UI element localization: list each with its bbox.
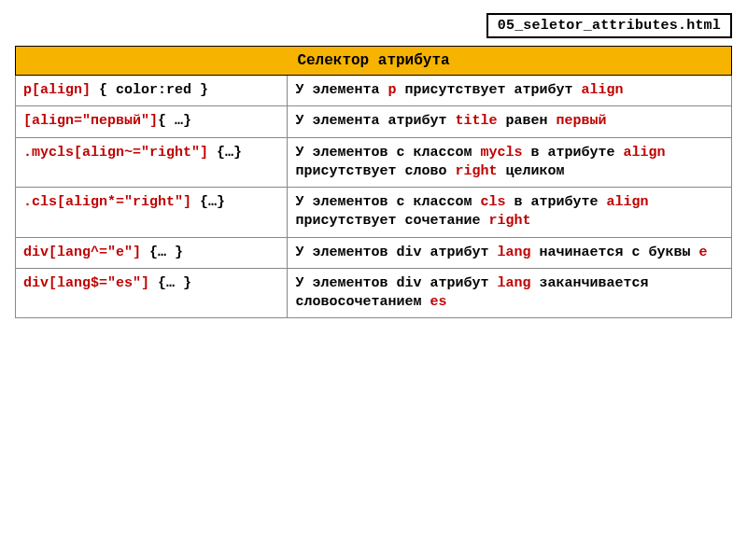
code-highlight: right	[455, 163, 497, 179]
code-highlight: p[align]	[23, 82, 91, 98]
table-row: [align="первый"]{ …}У элемента атрибут t…	[16, 106, 732, 137]
code-highlight: es	[430, 294, 446, 310]
code-highlight: align	[624, 145, 666, 161]
code-highlight: right	[489, 213, 531, 229]
description-cell: У элемента p присутствует атрибут align	[288, 76, 732, 106]
text-segment: равен	[498, 113, 557, 129]
code-highlight: .mycls[align~="right"]	[23, 145, 208, 161]
selector-cell: div[lang^="e"] {… }	[16, 237, 288, 268]
filename-row: 05_seletor_attributes.html	[15, 13, 732, 38]
table-row: .mycls[align~="right"] {…}У элементов с …	[16, 137, 732, 188]
text-segment: {…}	[191, 194, 225, 210]
code-highlight: align	[582, 82, 624, 98]
text-segment: целиком	[498, 163, 565, 179]
slide-canvas: 05_seletor_attributes.html Селектор атри…	[0, 0, 747, 560]
code-highlight: mycls	[481, 145, 523, 161]
table-row: div[lang$="es"] {… }У элементов div атри…	[16, 268, 732, 318]
description-cell: У элементов div атрибут lang начинается …	[288, 237, 732, 268]
text-segment: {… }	[149, 275, 191, 291]
text-segment: У элементов с классом	[295, 145, 480, 161]
filename-box: 05_seletor_attributes.html	[486, 13, 732, 38]
selector-cell: div[lang$="es"] {… }	[16, 268, 288, 318]
table-row: div[lang^="e"] {… }У элементов div атриб…	[16, 237, 732, 268]
text-segment: { …}	[158, 113, 191, 129]
text-segment: {…}	[208, 145, 242, 161]
description-cell: У элемента атрибут title равен первый	[288, 106, 732, 137]
text-segment: У элемента	[295, 82, 388, 98]
text-segment: У элементов с классом	[295, 194, 480, 210]
text-segment: { color:red }	[91, 82, 208, 98]
description-cell: У элементов с классом mycls в атрибуте a…	[288, 137, 732, 188]
text-segment: начинается с буквы	[531, 245, 699, 260]
code-highlight: первый	[557, 113, 607, 129]
text-segment: У элементов div атрибут	[295, 275, 497, 291]
code-highlight: lang	[498, 245, 531, 260]
text-segment: в атрибуте	[506, 194, 607, 210]
text-segment: присутствует сочетание	[295, 213, 488, 229]
attribute-selector-table: Селектор атрибута p[align] { color:red }…	[15, 46, 732, 318]
table-body: p[align] { color:red }У элемента p прису…	[16, 76, 732, 318]
code-highlight: cls	[481, 194, 506, 210]
selector-cell: [align="первый"]{ …}	[16, 106, 288, 137]
text-segment: У элементов div атрибут	[295, 245, 497, 260]
text-segment: присутствует слово	[295, 163, 455, 179]
text-segment: {… }	[141, 245, 183, 260]
code-highlight: [align="первый"]	[23, 113, 158, 129]
code-highlight: .cls[align*="right"]	[23, 194, 191, 210]
code-highlight: lang	[498, 275, 531, 291]
description-cell: У элементов div атрибут lang заканчивает…	[288, 268, 732, 318]
selector-cell: .mycls[align~="right"] {…}	[16, 137, 288, 188]
selector-cell: p[align] { color:red }	[16, 76, 288, 106]
text-segment: присутствует атрибут	[397, 82, 582, 98]
code-highlight: div[lang^="e"]	[23, 245, 141, 260]
text-segment: в атрибуте	[523, 145, 624, 161]
code-highlight: p	[388, 82, 396, 98]
text-segment: У элемента атрибут	[295, 113, 455, 129]
selector-cell: .cls[align*="right"] {…}	[16, 188, 288, 238]
code-highlight: div[lang$="es"]	[23, 275, 149, 291]
table-row: .cls[align*="right"] {…}У элементов с кл…	[16, 188, 732, 238]
description-cell: У элементов с классом cls в атрибуте ali…	[288, 188, 732, 238]
table-title: Селектор атрибута	[16, 47, 732, 76]
code-highlight: e	[699, 245, 708, 260]
code-highlight: title	[455, 113, 497, 129]
code-highlight: align	[607, 194, 649, 210]
table-row: p[align] { color:red }У элемента p прису…	[16, 76, 732, 106]
